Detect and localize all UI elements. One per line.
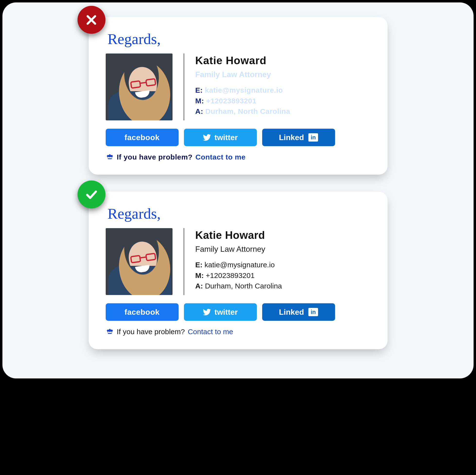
profile-photo xyxy=(106,54,172,120)
check-icon xyxy=(84,187,99,202)
person-role: Family Law Attorney xyxy=(195,70,290,79)
contact-address: A: Durham, North Carolina xyxy=(195,281,282,291)
cta-question: If you have problem? xyxy=(117,328,185,336)
contact-info: Katie Howard Family Law Attorney E: kati… xyxy=(195,228,282,295)
vertical-divider xyxy=(184,228,184,295)
twitter-icon xyxy=(203,133,211,142)
linkedin-label: Linked xyxy=(279,133,304,142)
salutation: Regards, xyxy=(108,205,371,222)
handshake-icon xyxy=(106,153,114,161)
comparison-panel: Regards, Katie Howard Family Law Attorne… xyxy=(2,2,474,378)
facebook-button[interactable]: facebook xyxy=(106,129,179,146)
signature-card-good: Regards, Katie Howard Family Law Attorne… xyxy=(89,192,388,349)
linkedin-in-box: in xyxy=(308,133,318,142)
signature-card-bad: Regards, Katie Howard Family Law Attorne… xyxy=(89,17,388,175)
cta-row: If you have problem? Contact to me xyxy=(106,328,371,336)
twitter-label: twitter xyxy=(215,133,238,142)
linkedin-button[interactable]: Linkedin xyxy=(262,303,335,321)
cta-link[interactable]: Contact to me xyxy=(195,153,246,161)
cta-row: If you have problem? Contact to me xyxy=(106,153,371,161)
bad-example-wrap: Regards, Katie Howard Family Law Attorne… xyxy=(89,17,388,175)
linkedin-label: Linked xyxy=(279,308,304,317)
signature-row: Katie Howard Family Law Attorney E: kati… xyxy=(106,54,371,120)
twitter-label: twitter xyxy=(215,308,238,317)
cta-question: If you have problem? xyxy=(117,153,193,161)
twitter-icon xyxy=(203,308,211,316)
social-buttons: facebook twitter Linkedin xyxy=(106,129,371,146)
contact-phone: M: +12023893201 xyxy=(195,96,290,106)
cross-icon xyxy=(84,12,99,27)
handshake-icon xyxy=(106,328,114,336)
contact-info: Katie Howard Family Law Attorney E: kati… xyxy=(195,54,290,120)
signature-row: Katie Howard Family Law Attorney E: kati… xyxy=(106,228,371,295)
check-badge xyxy=(78,181,105,208)
contact-email: E: katie@mysignature.io xyxy=(195,85,290,96)
cross-badge xyxy=(78,6,105,34)
good-example-wrap: Regards, Katie Howard Family Law Attorne… xyxy=(89,192,388,349)
vertical-divider xyxy=(184,54,184,120)
facebook-button[interactable]: facebook xyxy=(106,303,179,321)
figure-frame: Regards, Katie Howard Family Law Attorne… xyxy=(0,0,476,381)
facebook-label: facebook xyxy=(124,133,159,142)
person-role: Family Law Attorney xyxy=(195,245,282,254)
contact-list: E: katie@mysignature.io M: +12023893201 … xyxy=(195,85,290,117)
salutation: Regards, xyxy=(108,30,371,48)
person-name: Katie Howard xyxy=(195,55,290,67)
contact-phone: M: +12023893201 xyxy=(195,270,282,281)
twitter-button[interactable]: twitter xyxy=(184,303,257,321)
twitter-button[interactable]: twitter xyxy=(184,129,257,146)
cards-stack: Regards, Katie Howard Family Law Attorne… xyxy=(2,17,474,349)
profile-photo xyxy=(106,228,172,295)
contact-address: A: Durham, North Carolina xyxy=(195,106,290,117)
contact-list: E: katie@mysignature.io M: +12023893201 … xyxy=(195,259,282,291)
cta-link[interactable]: Contact to me xyxy=(188,328,233,336)
social-buttons: facebook twitter Linkedin xyxy=(106,303,371,321)
linkedin-in-box: in xyxy=(308,308,318,316)
linkedin-button[interactable]: Linkedin xyxy=(262,129,335,146)
contact-email: E: katie@mysignature.io xyxy=(195,259,282,270)
facebook-label: facebook xyxy=(124,308,159,317)
person-name: Katie Howard xyxy=(195,229,282,241)
